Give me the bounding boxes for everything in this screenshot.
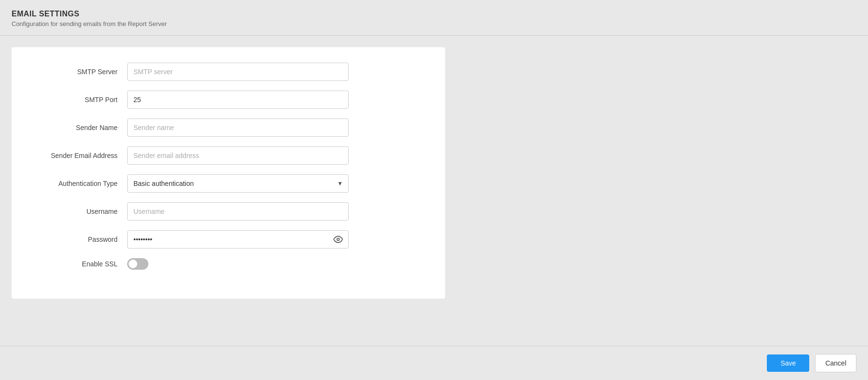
toggle-slider: [127, 258, 148, 270]
smtp-port-label: SMTP Port: [31, 96, 127, 104]
svg-point-0: [337, 238, 340, 241]
enable-ssl-row: Enable SSL: [31, 258, 426, 270]
enable-ssl-label: Enable SSL: [31, 260, 127, 268]
smtp-port-input[interactable]: [127, 91, 349, 109]
sender-name-input[interactable]: [127, 118, 349, 137]
page-header: EMAIL SETTINGS Configuration for sending…: [0, 0, 868, 35]
sender-name-row: Sender Name: [31, 118, 426, 137]
smtp-port-row: SMTP Port: [31, 91, 426, 109]
sender-email-input[interactable]: [127, 146, 349, 165]
cancel-button[interactable]: Cancel: [815, 354, 856, 372]
auth-type-select[interactable]: Basic authentication Anonymous NTLM OAut…: [127, 174, 349, 193]
auth-type-row: Authentication Type Basic authentication…: [31, 174, 426, 193]
smtp-server-input[interactable]: [127, 63, 349, 81]
sender-email-row: Sender Email Address: [31, 146, 426, 165]
username-row: Username: [31, 202, 426, 221]
enable-ssl-toggle[interactable]: [127, 258, 148, 270]
page-title: EMAIL SETTINGS: [12, 10, 856, 18]
password-input[interactable]: [127, 230, 349, 249]
smtp-server-row: SMTP Server: [31, 63, 426, 81]
page-subtitle: Configuration for sending emails from th…: [12, 20, 856, 27]
password-label: Password: [31, 236, 127, 243]
username-input[interactable]: [127, 202, 349, 221]
save-button[interactable]: Save: [767, 354, 809, 372]
main-content: SMTP Server SMTP Port Sender Name Sender…: [0, 36, 868, 346]
page-footer: Save Cancel: [0, 346, 868, 380]
auth-type-select-wrapper: Basic authentication Anonymous NTLM OAut…: [127, 174, 349, 193]
eye-icon: [333, 235, 343, 244]
password-wrapper: [127, 230, 349, 249]
form-card: SMTP Server SMTP Port Sender Name Sender…: [12, 47, 445, 299]
smtp-server-label: SMTP Server: [31, 68, 127, 76]
sender-email-label: Sender Email Address: [31, 152, 127, 159]
username-label: Username: [31, 208, 127, 215]
password-visibility-toggle[interactable]: [332, 234, 344, 245]
sender-name-label: Sender Name: [31, 124, 127, 131]
password-row: Password: [31, 230, 426, 249]
auth-type-label: Authentication Type: [31, 180, 127, 187]
